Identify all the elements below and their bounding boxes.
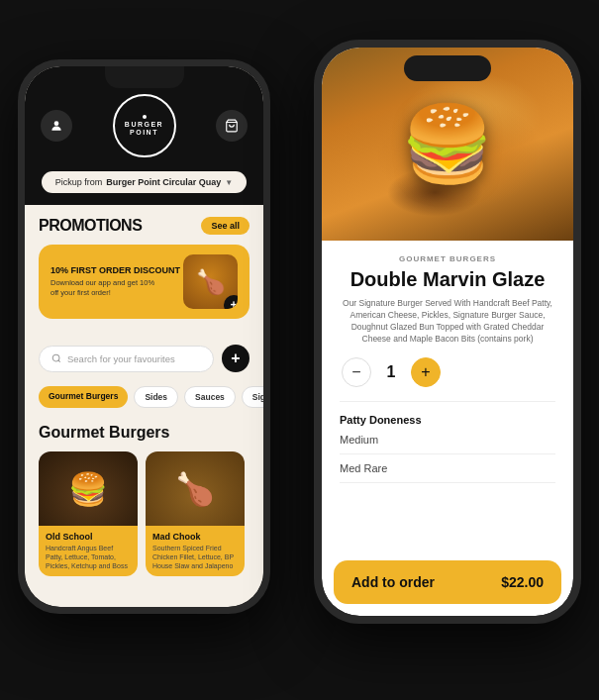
burger-card-old-school[interactable]: 🍔 Old School Handcraft Angus Beef Patty,… bbox=[39, 451, 138, 576]
option-med-rare[interactable]: Med Rare bbox=[340, 462, 555, 483]
option-medium[interactable]: Medium bbox=[340, 434, 555, 454]
burger-desc-mad-chook: Southern Spiced Fried Chicken Fillet, Le… bbox=[152, 544, 238, 570]
category-sides[interactable]: Sides bbox=[134, 386, 178, 408]
category-signature[interactable]: Signature bbox=[242, 386, 263, 408]
promo-description: Download our app and get 10% off your fi… bbox=[50, 278, 159, 298]
category-gourmet-burgers[interactable]: Gourmet Burgers bbox=[39, 386, 128, 408]
see-all-button[interactable]: See all bbox=[201, 217, 250, 235]
promo-heading: 10% FIRST ORDER DISCOUNT bbox=[50, 265, 180, 275]
promo-plus-icon: + bbox=[224, 295, 238, 309]
quantity-plus-button[interactable]: + bbox=[411, 357, 441, 387]
burger-name-old-school: Old School bbox=[46, 532, 131, 542]
burger-img-old-school: 🍔 bbox=[39, 451, 138, 526]
categories-section: Gourmet Burgers Sides Sauces Signature bbox=[25, 380, 263, 414]
left-screen: BURGER POINT Pickup from Burger Point Ci… bbox=[25, 66, 263, 607]
pickup-arrow: ▼ bbox=[225, 178, 233, 187]
logo: BURGER POINT bbox=[113, 94, 176, 157]
burger-img-mad-chook-bg: 🍗 bbox=[146, 451, 245, 526]
burger-grid: 🍔 Old School Handcraft Angus Beef Patty,… bbox=[39, 451, 250, 576]
search-section: Search for your favourites + bbox=[25, 337, 263, 380]
left-phone: BURGER POINT Pickup from Burger Point Ci… bbox=[18, 59, 270, 614]
quantity-minus-button[interactable]: − bbox=[342, 357, 371, 387]
logo-line2: POINT bbox=[130, 129, 158, 137]
burger-img-old-school-bg: 🍔 bbox=[39, 451, 138, 526]
add-to-order-bar[interactable]: Add to order $22.00 bbox=[334, 560, 561, 604]
notch bbox=[105, 66, 184, 88]
patty-doneness-label: Patty Doneness bbox=[340, 414, 555, 426]
right-screen: 🍔 GOURMET BURGERS Double Marvin Glaze Ou… bbox=[322, 48, 573, 616]
promo-image: 🍗 + bbox=[183, 254, 238, 309]
svg-point-2 bbox=[52, 354, 59, 361]
burger-name-mad-chook: Mad Chook bbox=[152, 532, 238, 542]
burger-img-mad-chook: 🍗 bbox=[146, 451, 245, 526]
cat-label-1: Sides bbox=[145, 392, 167, 402]
quantity-row: − 1 + bbox=[340, 357, 555, 387]
user-icon-button[interactable] bbox=[41, 110, 72, 142]
promo-card[interactable]: 10% FIRST ORDER DISCOUNT Download our ap… bbox=[39, 245, 250, 319]
pickup-location: Burger Point Circular Quay bbox=[106, 177, 221, 187]
pickup-label: Pickup from bbox=[55, 177, 103, 187]
product-category: GOURMET BURGERS bbox=[340, 254, 555, 263]
search-bar[interactable]: Search for your favourites bbox=[39, 346, 214, 372]
category-sauces[interactable]: Sauces bbox=[184, 386, 236, 408]
burger-hero-emoji: 🍔 bbox=[401, 101, 494, 188]
quantity-value: 1 bbox=[383, 363, 399, 381]
product-description: Our Signature Burger Served With Handcra… bbox=[340, 298, 555, 346]
search-icon bbox=[51, 353, 61, 363]
burger-card-mad-chook[interactable]: 🍗 Mad Chook Southern Spiced Fried Chicke… bbox=[146, 451, 245, 576]
promo-text: 10% FIRST ORDER DISCOUNT Download our ap… bbox=[50, 265, 180, 298]
section-title: Gourmet Burgers bbox=[39, 424, 250, 442]
add-to-order-price: $22.00 bbox=[501, 574, 544, 590]
cat-label-0: Gourmet Burgers bbox=[49, 391, 118, 401]
cart-icon-button[interactable] bbox=[216, 110, 248, 142]
burger-info-mad-chook: Mad Chook Southern Spiced Fried Chicken … bbox=[146, 526, 245, 576]
burger-desc-old-school: Handcraft Angus Beef Patty, Lettuce, Tom… bbox=[46, 544, 131, 570]
burger-info-old-school: Old School Handcraft Angus Beef Patty, L… bbox=[39, 526, 138, 576]
svg-point-0 bbox=[54, 121, 59, 126]
product-content: GOURMET BURGERS Double Marvin Glaze Our … bbox=[322, 241, 573, 560]
dynamic-island bbox=[404, 55, 491, 81]
right-phone: 🍔 GOURMET BURGERS Double Marvin Glaze Ou… bbox=[314, 40, 581, 624]
search-placeholder: Search for your favourites bbox=[67, 353, 175, 364]
cat-label-2: Sauces bbox=[195, 392, 225, 402]
burgers-section: Gourmet Burgers 🍔 Old School Handcraft A… bbox=[25, 414, 263, 582]
add-to-order-label: Add to order bbox=[351, 574, 435, 590]
promotions-section: PROMOTIONS See all 10% FIRST ORDER DISCO… bbox=[25, 205, 263, 337]
pickup-bar: Pickup from Burger Point Circular Quay ▼ bbox=[25, 171, 263, 205]
search-plus-button[interactable]: + bbox=[222, 345, 250, 372]
logo-circle: BURGER POINT bbox=[113, 94, 176, 157]
logo-line1: BURGER bbox=[125, 121, 163, 129]
pickup-pill[interactable]: Pickup from Burger Point Circular Quay ▼ bbox=[42, 171, 247, 193]
product-name: Double Marvin Glaze bbox=[340, 268, 555, 290]
promo-header: PROMOTIONS See all bbox=[39, 217, 250, 235]
divider-1 bbox=[340, 401, 555, 402]
logo-dot bbox=[143, 115, 147, 119]
promo-title: PROMOTIONS bbox=[39, 217, 142, 235]
cat-label-3: Signature bbox=[252, 392, 263, 402]
